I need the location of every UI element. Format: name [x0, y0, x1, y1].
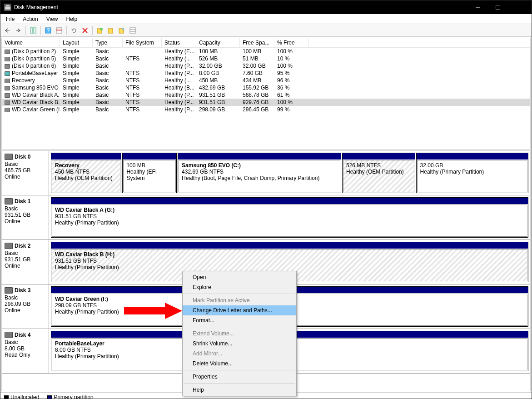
col-type[interactable]: Type: [93, 38, 123, 47]
toolbar: ?: [0, 24, 532, 37]
volume-row[interactable]: Samsung 850 EVO ...SimpleBasicNTFSHealth…: [2, 84, 530, 91]
svg-text:?: ?: [47, 27, 50, 34]
svg-rect-3: [496, 5, 500, 10]
title-bar: Disk Management: [0, 0, 532, 14]
cell: Basic: [93, 84, 123, 91]
refresh-button[interactable]: [69, 25, 79, 35]
help-button[interactable]: ?: [43, 25, 53, 35]
delete-button[interactable]: [80, 25, 90, 35]
cell: NTFS: [123, 55, 162, 62]
volume-row[interactable]: WD Caviar Green (I:)SimpleBasicNTFSHealt…: [2, 106, 530, 113]
minimize-button[interactable]: [468, 0, 488, 14]
cell: Samsung 850 EVO ...: [2, 84, 60, 91]
settings-button[interactable]: [54, 25, 64, 35]
cell: Basic: [93, 91, 123, 99]
col-capacity[interactable]: Capacity: [196, 38, 240, 47]
action3-button[interactable]: [117, 25, 127, 35]
cell: Basic: [93, 48, 123, 55]
cell: [123, 62, 162, 70]
cm-change-letter[interactable]: Change Drive Letter and Paths...: [183, 305, 296, 315]
svg-marker-22: [124, 303, 182, 319]
cell: 100 %: [274, 99, 309, 106]
cell: 296.45 GB: [240, 106, 274, 113]
col-volume[interactable]: Volume: [2, 38, 60, 47]
cell: 100 %: [274, 48, 309, 55]
context-menu: Open Explore Mark Partition as Active Ch…: [182, 271, 297, 396]
partition[interactable]: WD Caviar Black A (G:)931.51 GB NTFSHeal…: [51, 197, 528, 238]
cell: 100 MB: [196, 48, 240, 55]
cm-format[interactable]: Format...: [183, 315, 296, 325]
menu-file[interactable]: File: [2, 15, 18, 23]
cm-explore[interactable]: Explore: [183, 282, 296, 292]
menu-view[interactable]: View: [43, 15, 62, 23]
cell: NTFS: [123, 84, 162, 91]
cell: Simple: [60, 62, 93, 70]
cell: 36 %: [274, 84, 309, 91]
cell: Basic: [93, 55, 123, 62]
cm-shrink[interactable]: Shrink Volume...: [183, 339, 296, 349]
cm-open[interactable]: Open: [183, 272, 296, 282]
list-button[interactable]: [128, 25, 138, 35]
volume-row[interactable]: (Disk 0 partition 6)SimpleBasicHealthy (…: [2, 62, 530, 70]
cell: 929.76 GB: [240, 99, 274, 106]
show-hide-button[interactable]: [28, 25, 38, 35]
cell: 8.00 GB: [196, 70, 240, 77]
cell: Healthy (P...: [162, 99, 196, 106]
disk-label[interactable]: Disk 2Basic931.51 GBOnline: [2, 240, 49, 284]
cell: WD Caviar Black A...: [2, 91, 60, 99]
cell: Healthy (...: [162, 77, 196, 84]
partition[interactable]: 32.00 GBHealthy (Primary Partition): [416, 153, 528, 193]
volume-row[interactable]: (Disk 0 partition 2)SimpleBasicHealthy (…: [2, 48, 530, 55]
partition[interactable]: Recovery450 MB NTFSHealthy (OEM Partitio…: [51, 153, 121, 193]
cm-mirror: Add Mirror...: [183, 349, 296, 359]
app-icon: [4, 4, 11, 11]
volume-list: Volume Layout Type File System Status Ca…: [1, 38, 531, 150]
action1-button[interactable]: [95, 25, 105, 35]
cm-delete[interactable]: Delete Volume...: [183, 359, 296, 369]
disk-label[interactable]: Disk 3Basic298.09 GBOnline: [2, 284, 49, 329]
partition[interactable]: Samsung 850 EVO (C:)432.69 GB NTFSHealth…: [178, 153, 341, 193]
col-status[interactable]: Status: [162, 38, 196, 47]
partition-container: Recovery450 MB NTFSHealthy (OEM Partitio…: [49, 151, 530, 195]
volume-row[interactable]: PortableBaseLayerSimpleBasicNTFSHealthy …: [2, 70, 530, 77]
volume-row[interactable]: RecoverySimpleBasicNTFSHealthy (...450 M…: [2, 77, 530, 84]
annotation-arrow: [124, 303, 183, 319]
menu-bar: File Action View Help: [0, 14, 532, 24]
volume-row[interactable]: (Disk 0 partition 5)SimpleBasicNTFSHealt…: [2, 55, 530, 62]
partition[interactable]: 526 MB NTFSHealthy (OEM Partition): [342, 153, 415, 193]
partition[interactable]: 100 MBHealthy (EFI System: [122, 153, 177, 193]
menu-action[interactable]: Action: [19, 15, 41, 23]
volume-row[interactable]: WD Caviar Black B...SimpleBasicNTFSHealt…: [2, 99, 530, 106]
col-layout[interactable]: Layout: [60, 38, 93, 47]
col-pct[interactable]: % Free: [274, 38, 309, 47]
cm-properties[interactable]: Properties: [183, 372, 296, 382]
svg-point-16: [100, 28, 103, 30]
cell: Healthy (E...: [162, 48, 196, 55]
col-fs[interactable]: File System: [123, 38, 162, 47]
cell: WD Caviar Green (I:): [2, 106, 60, 113]
disk-label[interactable]: Disk 4Basic8.00 GBRead Only: [2, 329, 49, 373]
disk-label[interactable]: Disk 1Basic931.51 GBOnline: [2, 195, 49, 239]
action2-button[interactable]: [106, 25, 116, 35]
cell: 434 MB: [240, 77, 274, 84]
menu-help[interactable]: Help: [63, 15, 81, 23]
disk-label[interactable]: Disk 0Basic465.75 GBOnline: [2, 151, 49, 195]
cell: Basic: [93, 77, 123, 84]
cell: 298.09 GB: [196, 106, 240, 113]
legend-unallocated: Unallocated: [4, 394, 39, 399]
back-button[interactable]: [2, 25, 12, 35]
cell: Simple: [60, 99, 93, 106]
cell: 61 %: [274, 91, 309, 99]
col-free[interactable]: Free Spa...: [240, 38, 274, 47]
cell: 432.69 GB: [196, 84, 240, 91]
cell: 568.78 GB: [240, 91, 274, 99]
maximize-button[interactable]: [488, 0, 508, 14]
volume-row[interactable]: WD Caviar Black A...SimpleBasicNTFSHealt…: [2, 91, 530, 99]
window-title: Disk Management: [14, 4, 468, 10]
cell: 7.60 GB: [240, 70, 274, 77]
forward-button[interactable]: [13, 25, 23, 35]
cm-help[interactable]: Help: [183, 385, 296, 395]
cell: [123, 48, 162, 55]
cell: Simple: [60, 77, 93, 84]
cell: 931.51 GB: [196, 99, 240, 106]
